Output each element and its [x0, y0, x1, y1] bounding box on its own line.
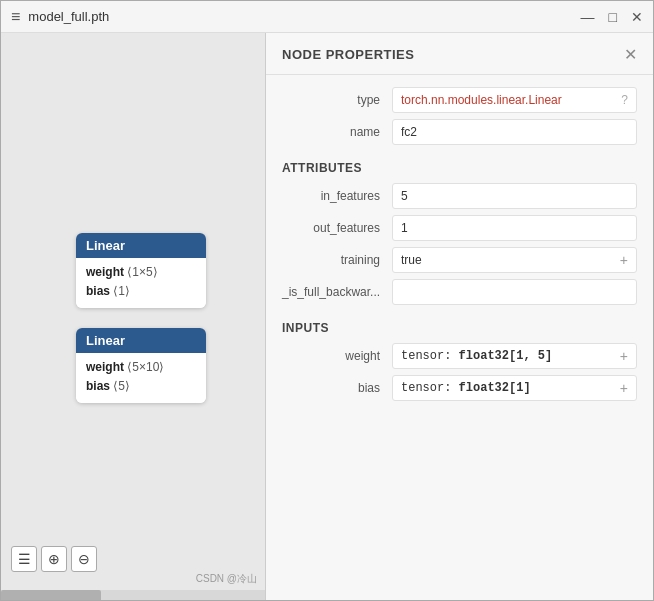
zoom-out-icon: ⊖ [78, 551, 90, 567]
name-row: name fc2 [282, 119, 637, 145]
graph-toolbar: ☰ ⊕ ⊖ [11, 546, 97, 572]
window-controls: — □ ✕ [581, 10, 643, 24]
bias-input-label: bias [282, 381, 392, 395]
maximize-button[interactable]: □ [609, 10, 617, 24]
watermark: CSDN @冷山 [196, 572, 257, 586]
node-body-2: weight ⟨5×10⟩ bias ⟨5⟩ [76, 353, 206, 403]
type-value: torch.nn.modules.linear.Linear [401, 93, 621, 107]
weight-input-label: weight [282, 349, 392, 363]
out-features-label: out_features [282, 221, 392, 235]
bias-expand-button[interactable]: + [620, 380, 628, 396]
node-card-linear-2[interactable]: Linear weight ⟨5×10⟩ bias ⟨5⟩ [76, 328, 206, 403]
title-bar: ≡ model_full.pth — □ ✕ [1, 1, 653, 33]
main-layout: Linear weight ⟨1×5⟩ bias ⟨1⟩ Linear weig… [1, 33, 653, 601]
node-card-linear-1[interactable]: Linear weight ⟨1×5⟩ bias ⟨1⟩ [76, 233, 206, 308]
properties-panel: NODE PROPERTIES ✕ type torch.nn.modules.… [266, 33, 653, 601]
weight-expand-button[interactable]: + [620, 348, 628, 364]
training-value: true [401, 253, 422, 267]
title-bar-left: ≡ model_full.pth [11, 8, 109, 26]
name-value: fc2 [401, 125, 417, 139]
out-features-row: out_features 1 [282, 215, 637, 241]
is-full-backwar-label: _is_full_backwar... [282, 285, 392, 299]
node-properties-header: NODE PROPERTIES ✕ [266, 33, 653, 75]
type-name-section: type torch.nn.modules.linear.Linear ? na… [266, 75, 653, 145]
node-prop-bias-2: bias ⟨5⟩ [86, 377, 196, 396]
out-features-value: 1 [401, 221, 408, 235]
node-header-2: Linear [76, 328, 206, 353]
node-prop-weight-2: weight ⟨5×10⟩ [86, 358, 196, 377]
weight-input-row: weight tensor: float32[1, 5] + [282, 343, 637, 369]
in-features-value: 5 [401, 189, 408, 203]
bias-input-field[interactable]: tensor: float32[1] + [392, 375, 637, 401]
graph-area: Linear weight ⟨1×5⟩ bias ⟨1⟩ Linear weig… [1, 33, 266, 601]
minimize-button[interactable]: — [581, 10, 595, 24]
inputs-section-label: INPUTS [266, 311, 653, 343]
weight-input-field[interactable]: tensor: float32[1, 5] + [392, 343, 637, 369]
name-input[interactable]: fc2 [392, 119, 637, 145]
window-close-button[interactable]: ✕ [631, 10, 643, 24]
list-view-button[interactable]: ☰ [11, 546, 37, 572]
window-title: model_full.pth [28, 9, 109, 24]
zoom-out-button[interactable]: ⊖ [71, 546, 97, 572]
in-features-input[interactable]: 5 [392, 183, 637, 209]
zoom-in-icon: ⊕ [48, 551, 60, 567]
out-features-input[interactable]: 1 [392, 215, 637, 241]
in-features-label: in_features [282, 189, 392, 203]
type-suffix: ? [621, 93, 628, 107]
node-properties-close-button[interactable]: ✕ [624, 45, 637, 64]
graph-scrollbar[interactable] [1, 590, 265, 601]
node-prop-weight-1: weight ⟨1×5⟩ [86, 263, 196, 282]
is-full-backwar-row: _is_full_backwar... [282, 279, 637, 305]
inputs-section: weight tensor: float32[1, 5] + bias tens… [266, 343, 653, 401]
in-features-row: in_features 5 [282, 183, 637, 209]
training-row: training true + [282, 247, 637, 273]
type-row: type torch.nn.modules.linear.Linear ? [282, 87, 637, 113]
bias-input-value: tensor: float32[1] [401, 381, 531, 395]
node-prop-bias-1: bias ⟨1⟩ [86, 282, 196, 301]
is-full-backwar-input[interactable] [392, 279, 637, 305]
list-icon: ☰ [18, 551, 31, 567]
type-input[interactable]: torch.nn.modules.linear.Linear ? [392, 87, 637, 113]
training-input[interactable]: true + [392, 247, 637, 273]
name-label: name [282, 125, 392, 139]
node-properties-title: NODE PROPERTIES [282, 47, 414, 62]
node-body-1: weight ⟨1×5⟩ bias ⟨1⟩ [76, 258, 206, 308]
training-label: training [282, 253, 392, 267]
weight-input-value: tensor: float32[1, 5] [401, 349, 552, 363]
attributes-section-label: ATTRIBUTES [266, 151, 653, 183]
zoom-in-button[interactable]: ⊕ [41, 546, 67, 572]
bias-input-row: bias tensor: float32[1] + [282, 375, 637, 401]
type-label: type [282, 93, 392, 107]
hamburger-icon[interactable]: ≡ [11, 8, 20, 26]
node-header-1: Linear [76, 233, 206, 258]
training-expand-button[interactable]: + [620, 252, 628, 268]
graph-scrollthumb[interactable] [1, 590, 101, 601]
attributes-section: in_features 5 out_features 1 training tr… [266, 183, 653, 305]
